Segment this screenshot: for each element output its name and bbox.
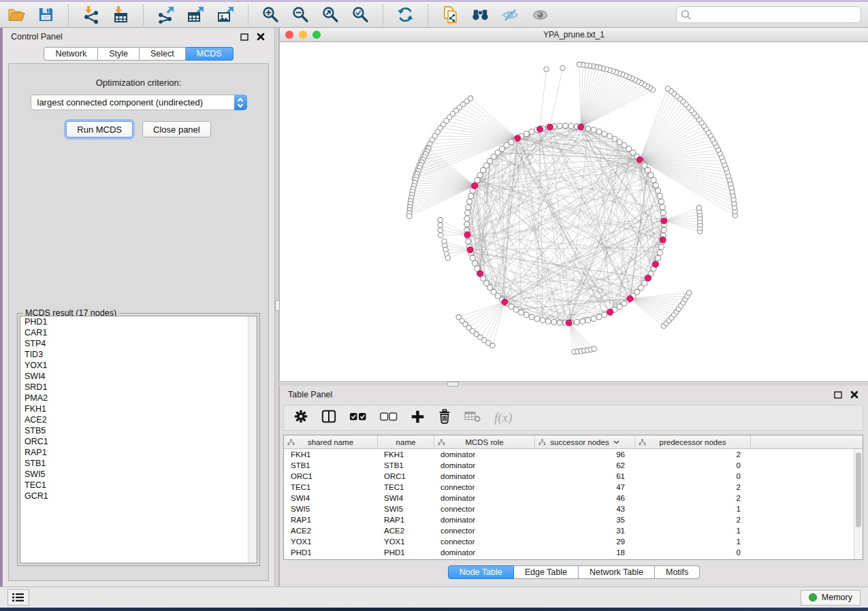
cell-name[interactable]: YOX1 bbox=[377, 536, 434, 547]
tab-select[interactable]: Select bbox=[140, 47, 186, 61]
save-session-button[interactable] bbox=[37, 5, 55, 24]
cell-predecessors[interactable]: 1 bbox=[634, 525, 750, 536]
cell-role[interactable]: connector bbox=[434, 503, 534, 514]
cell-name[interactable]: ORC1 bbox=[377, 471, 434, 482]
mcds-list-item[interactable]: YOX1 bbox=[20, 360, 257, 371]
table-row[interactable]: STB1STB1dominator620 bbox=[284, 460, 863, 471]
tab-edge-table[interactable]: Edge Table bbox=[514, 565, 579, 579]
cell-shared[interactable]: SWI4 bbox=[284, 493, 377, 503]
column-header-name[interactable]: name bbox=[377, 435, 434, 448]
column-header-successor-nodes[interactable]: successor nodes bbox=[534, 435, 634, 448]
open-file-button[interactable] bbox=[7, 5, 25, 24]
mcds-list-scrollbar[interactable] bbox=[248, 316, 257, 563]
search-input[interactable] bbox=[676, 6, 861, 23]
horizontal-splitter[interactable] bbox=[279, 381, 868, 386]
cell-successors[interactable]: 62 bbox=[534, 460, 634, 471]
table-row[interactable]: SWI5SWI5connector431 bbox=[284, 503, 863, 514]
column-header-predecessor-nodes[interactable]: predecessor nodes bbox=[634, 435, 750, 448]
cell-name[interactable]: PHD1 bbox=[377, 547, 434, 558]
cell-shared[interactable]: ACE2 bbox=[284, 525, 377, 536]
vertical-splitter[interactable] bbox=[274, 28, 279, 587]
mcds-list-item[interactable]: STB1 bbox=[20, 458, 257, 469]
cell-predecessors[interactable]: 2 bbox=[634, 493, 750, 503]
table-row[interactable]: PHD1PHD1dominator180 bbox=[284, 547, 863, 558]
tab-mcds[interactable]: MCDS bbox=[186, 47, 234, 61]
cell-successors[interactable]: 43 bbox=[534, 503, 634, 514]
cell-successors[interactable]: 61 bbox=[534, 471, 634, 482]
table-row[interactable]: FKH1FKH1dominator962 bbox=[284, 449, 863, 460]
apply-layout-button[interactable] bbox=[396, 5, 415, 24]
memory-button[interactable]: Memory bbox=[801, 590, 861, 606]
cell-role[interactable]: dominator bbox=[434, 449, 534, 460]
show-graphics-button[interactable] bbox=[531, 5, 549, 24]
table-row[interactable]: ACE2ACE2connector311 bbox=[284, 525, 863, 536]
zoom-out-button[interactable] bbox=[291, 5, 310, 24]
cell-role[interactable]: dominator bbox=[434, 493, 534, 503]
cell-shared[interactable]: RAP1 bbox=[284, 514, 377, 525]
cell-name[interactable]: FKH1 bbox=[377, 449, 434, 460]
cell-predecessors[interactable]: 1 bbox=[634, 536, 750, 547]
show-column-panel-button[interactable] bbox=[321, 409, 336, 427]
cell-role[interactable]: connector bbox=[434, 482, 534, 493]
cell-name[interactable]: ACE2 bbox=[377, 525, 434, 536]
mcds-list-item[interactable]: STP4 bbox=[20, 338, 257, 349]
cell-shared[interactable]: TEC1 bbox=[284, 482, 377, 493]
cell-role[interactable]: connector bbox=[434, 525, 534, 536]
mcds-list-item[interactable]: RAP1 bbox=[20, 447, 257, 458]
hide-graphics-button[interactable] bbox=[501, 5, 519, 24]
mcds-list-item[interactable]: STB5 bbox=[20, 425, 257, 436]
delete-column-button[interactable] bbox=[438, 409, 451, 427]
cell-shared[interactable]: SWI5 bbox=[284, 503, 377, 514]
network-canvas[interactable] bbox=[280, 42, 868, 381]
cell-successors[interactable]: 96 bbox=[534, 449, 634, 460]
mcds-list-item[interactable]: PHD1 bbox=[20, 316, 257, 327]
mcds-list-item[interactable]: CAR1 bbox=[20, 327, 257, 338]
export-network-button[interactable] bbox=[157, 5, 175, 24]
mcds-list-item[interactable]: ACE2 bbox=[20, 414, 257, 425]
tab-network[interactable]: Network bbox=[44, 47, 98, 61]
mcds-list-item[interactable]: GCR1 bbox=[20, 491, 257, 501]
cell-predecessors[interactable]: 2 bbox=[634, 514, 750, 525]
zoom-fit-button[interactable] bbox=[321, 5, 340, 24]
cell-name[interactable]: TEC1 bbox=[377, 482, 434, 493]
find-button[interactable] bbox=[471, 5, 489, 24]
cell-role[interactable]: dominator bbox=[434, 471, 534, 482]
table-scrollbar[interactable] bbox=[854, 449, 863, 559]
mcds-list-item[interactable]: SRD1 bbox=[20, 382, 257, 393]
cell-shared[interactable]: PHD1 bbox=[284, 547, 377, 558]
float-table-panel-button[interactable] bbox=[833, 389, 843, 400]
cell-predecessors[interactable]: 2 bbox=[634, 482, 750, 493]
mcds-result-list[interactable]: PHD1CAR1STP4TID3YOX1SWI4SRD1PMA2FKH1ACE2… bbox=[20, 316, 257, 563]
mcds-list-item[interactable]: PMA2 bbox=[20, 393, 257, 403]
cell-name[interactable]: SWI4 bbox=[377, 493, 434, 503]
splitter-handle[interactable] bbox=[275, 300, 280, 311]
table-row[interactable]: SWI4SWI4dominator462 bbox=[284, 493, 863, 503]
cell-shared[interactable]: YOX1 bbox=[284, 536, 377, 547]
cell-name[interactable]: SWI5 bbox=[377, 503, 434, 514]
cell-successors[interactable]: 47 bbox=[534, 482, 634, 493]
close-panel-button[interactable] bbox=[255, 31, 266, 42]
mcds-list-item[interactable]: SWI5 bbox=[20, 469, 257, 480]
tab-network-table[interactable]: Network Table bbox=[579, 565, 655, 579]
cell-successors[interactable]: 18 bbox=[534, 547, 634, 558]
unselect-all-columns-button[interactable] bbox=[380, 412, 398, 424]
cell-name[interactable]: STB1 bbox=[377, 460, 434, 471]
column-header-MCDS-role[interactable]: MCDS role bbox=[434, 435, 534, 448]
cell-role[interactable]: connector bbox=[434, 536, 534, 547]
cell-predecessors[interactable]: 2 bbox=[634, 449, 750, 460]
table-row[interactable]: TEC1TEC1connector472 bbox=[284, 482, 863, 493]
cell-predecessors[interactable]: 1 bbox=[634, 503, 750, 514]
import-table-button[interactable] bbox=[112, 5, 130, 24]
task-history-button[interactable] bbox=[7, 589, 29, 606]
criterion-select[interactable]: largest connected component (undirected) bbox=[31, 95, 247, 110]
select-all-columns-button[interactable] bbox=[349, 412, 367, 424]
cell-role[interactable]: dominator bbox=[434, 514, 534, 525]
float-panel-button[interactable] bbox=[239, 31, 250, 42]
cell-shared[interactable]: STB1 bbox=[284, 460, 377, 471]
zoom-selected-button[interactable] bbox=[351, 5, 370, 24]
cell-role[interactable]: dominator bbox=[434, 547, 534, 558]
cell-successors[interactable]: 46 bbox=[534, 493, 634, 503]
cell-shared[interactable]: FKH1 bbox=[284, 449, 377, 460]
import-network-button[interactable] bbox=[82, 5, 100, 24]
cell-successors[interactable]: 35 bbox=[534, 514, 634, 525]
